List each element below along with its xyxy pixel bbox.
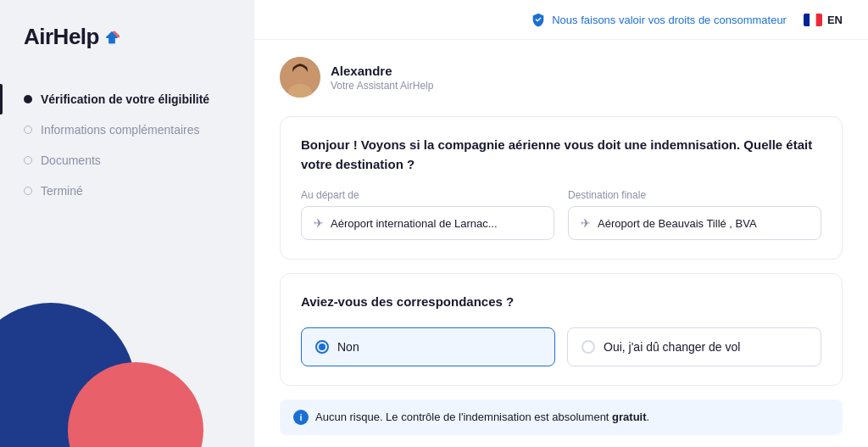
destination-field-group: Destination finale ✈ Aéroport de Beauvai… — [568, 189, 821, 240]
main-content: Nous faisons valoir vos droits de consom… — [254, 0, 868, 447]
assistant-header: Alexandre Votre Assistant AirHelp — [280, 57, 843, 98]
svg-rect-3 — [810, 14, 815, 26]
destination-label: Destination finale — [568, 189, 821, 201]
radio-row: Non Oui, j'ai dû changer de vol — [301, 327, 821, 366]
nav-dot-informations — [24, 126, 32, 134]
lang-selector[interactable]: EN — [804, 14, 843, 26]
avatar — [280, 57, 320, 98]
logo-area: AirHelp — [0, 24, 254, 84]
logo-icon — [104, 30, 120, 45]
shield-icon — [531, 12, 546, 27]
destination-card: Bonjour ! Voyons si la compagnie aérienn… — [280, 116, 843, 260]
assistant-info: Alexandre Votre Assistant AirHelp — [331, 64, 433, 92]
radio-circle-oui — [581, 340, 595, 354]
departure-input[interactable]: ✈ Aéroport international de Larnac... — [301, 206, 554, 240]
info-text-main: Aucun risque. Le contrôle de l'indemnisa… — [315, 411, 612, 423]
correspondances-question: Aviez-vous des correspondances ? — [301, 293, 821, 312]
airport-row: Au départ de ✈ Aéroport international de… — [301, 189, 821, 240]
info-text: Aucun risque. Le contrôle de l'indemnisa… — [315, 411, 649, 423]
sidebar-label-documents: Documents — [41, 154, 101, 167]
avatar-svg — [280, 57, 320, 98]
trust-text: Nous faisons valoir vos droits de consom… — [552, 14, 787, 26]
sidebar-item-documents[interactable]: Documents — [0, 145, 254, 176]
destination-input[interactable]: ✈ Aéroport de Beauvais Tillé , BVA — [568, 206, 821, 240]
nav-list: Vérification de votre éligibilité Inform… — [0, 84, 254, 206]
lang-text: EN — [827, 14, 843, 26]
logo: AirHelp — [24, 24, 231, 50]
plane-destination-icon: ✈ — [581, 216, 591, 230]
logo-text: AirHelp — [24, 24, 99, 50]
departure-value: Aéroport international de Larnac... — [331, 217, 498, 230]
departure-field-group: Au départ de ✈ Aéroport international de… — [301, 189, 554, 240]
assistant-name: Alexandre — [331, 64, 433, 78]
topbar: Nous faisons valoir vos droits de consom… — [254, 0, 868, 40]
nav-dot-termine — [24, 187, 32, 195]
option-oui-label: Oui, j'ai dû changer de vol — [604, 340, 740, 354]
sidebar-label-eligibility: Vérification de votre éligibilité — [41, 92, 209, 106]
info-text-bold: gratuit — [612, 411, 646, 423]
radio-circle-non — [315, 340, 329, 354]
option-non[interactable]: Non — [301, 327, 555, 366]
info-bar: i Aucun risque. Le contrôle de l'indemni… — [280, 400, 843, 435]
correspondances-card: Aviez-vous des correspondances ? Non Oui… — [280, 273, 843, 386]
content-area: Alexandre Votre Assistant AirHelp Bonjou… — [254, 40, 868, 447]
departure-label: Au départ de — [301, 189, 554, 201]
option-non-label: Non — [337, 340, 359, 354]
info-text-suffix: . — [647, 411, 650, 423]
destination-value: Aéroport de Beauvais Tillé , BVA — [598, 217, 757, 230]
plane-departure-icon: ✈ — [314, 216, 324, 230]
destination-question: Bonjour ! Voyons si la compagnie aérienn… — [301, 136, 821, 174]
sidebar-label-termine: Terminé — [41, 184, 83, 198]
sidebar-item-informations[interactable]: Informations complémentaires — [0, 115, 254, 145]
option-oui[interactable]: Oui, j'ai dû changer de vol — [567, 327, 821, 366]
flag-icon — [804, 14, 822, 26]
nav-dot-documents — [24, 156, 32, 165]
trust-badge: Nous faisons valoir vos droits de consom… — [531, 12, 787, 27]
sidebar-label-informations: Informations complémentaires — [41, 123, 200, 137]
sidebar: AirHelp Vérification de votre éligibilit… — [0, 0, 254, 447]
info-icon: i — [293, 410, 309, 425]
svg-rect-4 — [816, 14, 822, 26]
sidebar-item-eligibility[interactable]: Vérification de votre éligibilité — [0, 84, 254, 115]
assistant-title: Votre Assistant AirHelp — [331, 80, 433, 92]
nav-dot-eligibility — [24, 95, 32, 103]
sidebar-item-termine[interactable]: Terminé — [0, 176, 254, 206]
svg-rect-2 — [804, 14, 810, 26]
